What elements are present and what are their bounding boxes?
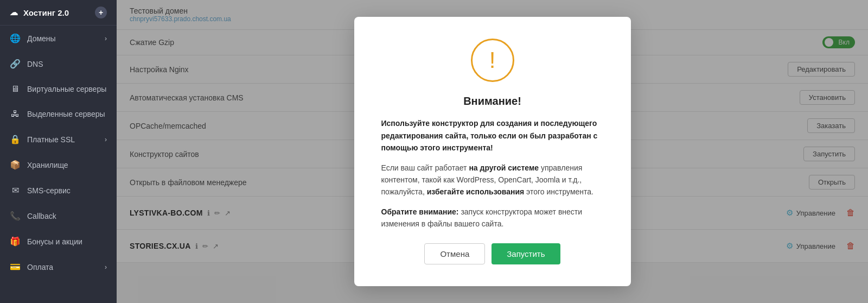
modal-text-p2: Если ваш сайт работает на другой системе… <box>381 162 604 198</box>
sidebar-item-callback[interactable]: 📞 Callback <box>0 203 117 229</box>
dns-icon: 🔗 <box>10 59 21 69</box>
exclamation-icon: ! <box>489 49 496 72</box>
main-content: Тестовый домен chnpryvi57633.prado.chost… <box>117 0 868 303</box>
sidebar-header: ☁ Хостинг 2.0 + <box>0 0 117 26</box>
chevron-right-icon: › <box>105 136 107 143</box>
sidebar-item-bonuses[interactable]: 🎁 Бонусы и акции <box>0 229 117 254</box>
callback-icon: 📞 <box>10 211 21 221</box>
sidebar-item-label: Callback <box>27 212 56 220</box>
sidebar-item-domains[interactable]: 🌐 Домены › <box>0 26 117 51</box>
sidebar-item-dns[interactable]: 🔗 DNS <box>0 51 117 77</box>
virtual-servers-icon: 🖥 <box>10 84 21 94</box>
sidebar-item-label: Бонусы и акции <box>27 237 82 246</box>
sidebar-item-label: Оплата <box>27 263 53 272</box>
sidebar-item-label: Хранилище <box>27 161 68 169</box>
sidebar-title: Хостинг 2.0 <box>23 8 69 17</box>
ssl-icon: 🔒 <box>10 134 21 144</box>
sidebar-item-ssl[interactable]: 🔒 Платные SSL › <box>0 127 117 152</box>
sidebar-item-label: Домены <box>27 34 56 43</box>
modal-bold-avoid: избегайте использования <box>427 187 525 196</box>
sms-icon: ✉ <box>10 185 21 195</box>
sidebar-item-label: SMS-сервис <box>27 186 71 195</box>
sidebar: ☁ Хостинг 2.0 + 🌐 Домены › 🔗 DNS 🖥 Вирту… <box>0 0 117 303</box>
sidebar-item-label: Виртуальные серверы <box>27 85 106 93</box>
modal-body: Используйте конструктор для создания и п… <box>381 117 604 230</box>
cloud-icon: ☁ <box>10 8 18 17</box>
warning-modal: ! Внимание! Используйте конструктор для … <box>354 17 631 286</box>
payment-icon: 💳 <box>10 262 21 272</box>
sidebar-item-label: Выделенные серверы <box>27 110 105 118</box>
bonuses-icon: 🎁 <box>10 236 21 247</box>
modal-bold-system: на другой системе <box>469 163 539 172</box>
sidebar-item-label: DNS <box>27 60 43 68</box>
sidebar-item-payment[interactable]: 💳 Оплата › <box>0 254 117 280</box>
modal-actions: Отмена Запустить <box>381 243 604 264</box>
modal-overlay: ! Внимание! Используйте конструктор для … <box>117 0 868 303</box>
add-hosting-button[interactable]: + <box>95 7 107 18</box>
storage-icon: 📦 <box>10 160 21 170</box>
cancel-button[interactable]: Отмена <box>424 243 485 264</box>
sidebar-item-sms[interactable]: ✉ SMS-сервис <box>0 178 117 203</box>
chevron-right-icon: › <box>105 263 107 271</box>
domains-icon: 🌐 <box>10 33 21 43</box>
sidebar-item-virtual-servers[interactable]: 🖥 Виртуальные серверы <box>0 77 117 102</box>
modal-text-p3: Обратите внимание: запуск конструктора м… <box>381 206 604 230</box>
modal-title: Внимание! <box>381 95 604 108</box>
modal-text-bold1: Используйте конструктор для создания и п… <box>381 119 598 152</box>
sidebar-item-storage[interactable]: 📦 Хранилище <box>0 152 117 178</box>
dedicated-icon: 🖧 <box>10 109 21 119</box>
chevron-right-icon: › <box>105 35 107 42</box>
launch-button[interactable]: Запустить <box>492 243 560 264</box>
modal-bold-notice: Обратите внимание: <box>381 207 459 216</box>
sidebar-item-label: Платные SSL <box>27 135 75 144</box>
warning-icon: ! <box>471 39 514 82</box>
sidebar-item-dedicated-servers[interactable]: 🖧 Выделенные серверы <box>0 102 117 127</box>
